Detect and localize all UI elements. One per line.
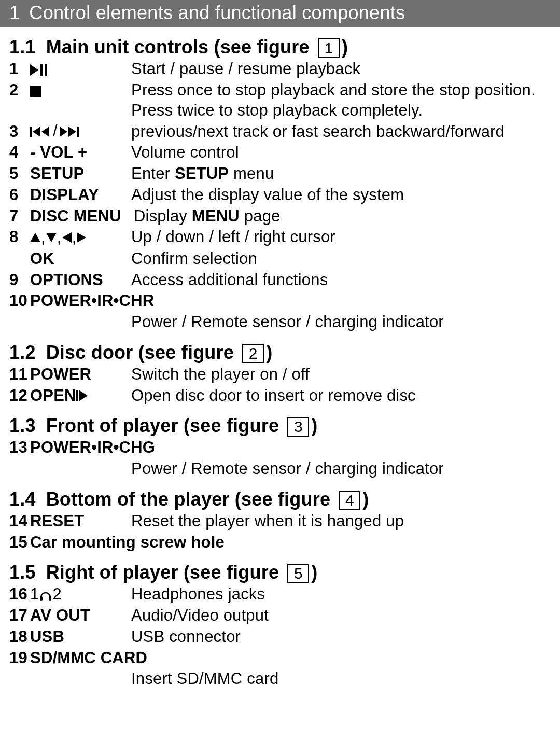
svg-rect-4 [30, 127, 32, 137]
subsection-number: 1.4 [9, 488, 36, 510]
item-row: 11 POWER Switch the player on / off [9, 365, 551, 385]
item-number: 1 [9, 59, 30, 79]
prev-track-icon [30, 127, 51, 137]
item-number: 17 [9, 606, 30, 626]
item-row: 6 DISPLAY Adjust the display value of th… [9, 185, 551, 205]
item-number: 13 [9, 438, 30, 458]
down-arrow-icon [46, 233, 57, 242]
svg-marker-8 [68, 127, 76, 137]
item-desc: previous/next track or fast search backw… [131, 122, 551, 142]
svg-rect-9 [77, 127, 79, 137]
section-number: 1 [9, 2, 20, 24]
item-desc: Reset the player when it is hanged up [131, 511, 551, 532]
svg-marker-5 [33, 127, 40, 137]
right-arrow-icon [77, 232, 86, 243]
item-label: USB [30, 627, 131, 647]
item-row: 5 SETUP Enter SETUP menu [9, 164, 551, 184]
item-row: 1 Start / pause / resume playback [9, 59, 551, 79]
subsection-title: Front of player (see figure 3) [46, 415, 318, 437]
svg-rect-1 [40, 64, 43, 76]
item-number: 10 [9, 291, 30, 311]
subsection-title: Bottom of the player (see figure 4) [46, 488, 369, 510]
item-number: 4 [9, 143, 30, 163]
item-label: - VOL + [30, 143, 131, 163]
figure-ref: 3 [287, 417, 309, 437]
item-row: 2 Press once to stop playback and store … [9, 80, 551, 121]
item-row: 18 USB USB connector [9, 627, 551, 647]
item-row: 12 OPEN Open disc door to insert or remo… [9, 386, 551, 406]
item-number: 6 [9, 185, 30, 205]
item-row: 7 DISC MENU Display MENU page [9, 206, 551, 227]
item-row: 4 - VOL + Volume control [9, 143, 551, 163]
subsection-number: 1.3 [9, 415, 36, 437]
item-desc: Switch the player on / off [131, 365, 551, 385]
subsection-title: Disc door (see figure 2) [46, 342, 273, 363]
subsection-1-3: 1.3 Front of player (see figure 3) [9, 415, 551, 437]
item-number: 9 [9, 270, 30, 290]
item-row: 19 SD/MMC CARD [9, 648, 551, 668]
item-number: 7 [9, 206, 30, 227]
subsection-title: Right of player (see figure 5) [46, 562, 318, 583]
subsection-number: 1.2 [9, 342, 36, 363]
item-desc: Power / Remote sensor / charging indicat… [131, 312, 551, 332]
svg-marker-7 [60, 127, 67, 137]
item-number: 15 [9, 533, 30, 553]
item-label: POWER•IR•CHG [30, 438, 155, 458]
subsection-1-2: 1.2 Disc door (see figure 2) [9, 342, 551, 363]
svg-rect-16 [40, 596, 43, 601]
svg-rect-14 [76, 390, 78, 401]
figure-ref: 4 [339, 491, 360, 510]
item-desc: USB connector [131, 627, 551, 647]
item-number: 19 [9, 648, 30, 668]
item-label: POWER [30, 365, 131, 385]
svg-marker-12 [62, 232, 72, 243]
item-row: 16 1 2 Headphones jacks [9, 584, 551, 605]
up-arrow-icon [30, 233, 40, 242]
svg-marker-6 [41, 127, 49, 137]
item-label: OK [30, 249, 131, 269]
item-number: 18 [9, 627, 30, 647]
item-desc: Power / Remote sensor / charging indicat… [131, 459, 551, 479]
item-row: 8 , , , Up / down / left / right cursor [9, 227, 551, 247]
headphones-icon [39, 588, 52, 602]
item-number: 11 [9, 365, 30, 385]
item-desc: Headphones jacks [131, 584, 551, 605]
item-row: 14 RESET Reset the player when it is han… [9, 511, 551, 532]
item-desc: Audio/Video output [131, 606, 551, 626]
subsection-number: 1.5 [9, 562, 36, 583]
item-row: 9 OPTIONS Access additional functions [9, 270, 551, 290]
item-label: SETUP [30, 164, 131, 184]
item-row: 15 Car mounting screw hole [9, 533, 551, 553]
item-label: DISPLAY [30, 185, 131, 205]
item-desc: Open disc door to insert or remove disc [131, 386, 551, 406]
section-header: 1Control elements and functional compone… [0, 0, 560, 27]
svg-marker-15 [79, 390, 88, 401]
item-desc: Confirm selection [131, 249, 551, 269]
svg-marker-0 [30, 64, 38, 76]
subsection-1-1: 1.1 Main unit controls (see figure 1) [9, 36, 551, 58]
play-pause-icon [30, 64, 48, 76]
item-row: 17 AV OUT Audio/Video output [9, 606, 551, 626]
item-row: OK Confirm selection [9, 249, 551, 269]
subsection-title: Main unit controls (see figure 1) [46, 36, 348, 58]
item-desc: Up / down / left / right cursor [131, 227, 551, 247]
svg-marker-13 [77, 232, 86, 243]
item-row: 10 POWER•IR•CHR [9, 291, 551, 311]
subsection-number: 1.1 [9, 36, 36, 58]
item-label: , , , [30, 228, 131, 248]
item-desc-row: Power / Remote sensor / charging indicat… [9, 459, 551, 479]
item-number: 8 [9, 227, 30, 247]
item-desc: Display MENU page [134, 206, 551, 227]
slash-separator: / [53, 121, 58, 142]
item-row: 3 / previous/next track or fast search b… [9, 121, 551, 142]
left-arrow-icon [62, 232, 72, 243]
item-label: RESET [30, 511, 131, 532]
item-desc-row: Insert SD/MMC card [9, 669, 551, 689]
item-label: DISC MENU [30, 206, 134, 227]
subsection-1-5: 1.5 Right of player (see figure 5) [9, 562, 551, 583]
svg-rect-3 [30, 86, 41, 97]
figure-ref: 5 [287, 564, 309, 583]
item-label [30, 80, 131, 101]
item-label: AV OUT [30, 606, 131, 626]
figure-ref: 1 [318, 38, 340, 58]
